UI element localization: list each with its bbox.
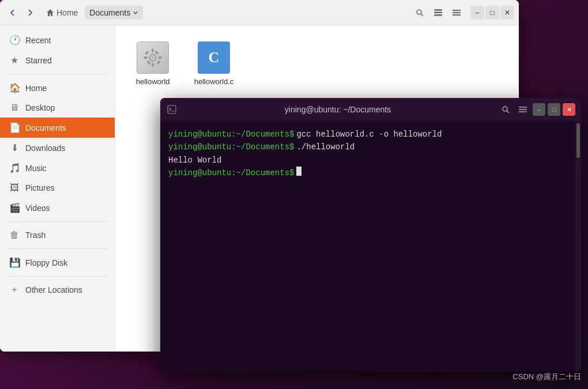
terminal-prompt-3: yining@ubuntu:~/Documents$ (168, 167, 294, 179)
terminal-menu-button[interactable] (515, 102, 530, 117)
svg-line-2 (421, 14, 423, 16)
file-manager-titlebar: Home Documents (0, 0, 519, 25)
terminal-prompt-1: yining@ubuntu:~/Documents$ (168, 128, 294, 141)
terminal-command-2: ./helloworld (296, 141, 355, 153)
file-grid: helloworld C helloworld.c (127, 37, 507, 90)
breadcrumb-home[interactable]: Home (42, 6, 82, 20)
terminal-line-4: yining@ubuntu:~/Documents$ (168, 167, 573, 179)
downloads-icon: ⬇ (9, 142, 20, 153)
other-locations-icon: + (9, 285, 20, 295)
videos-icon: 🎬 (9, 202, 20, 213)
documents-icon: 📄 (9, 122, 20, 133)
scrollbar-thumb (576, 123, 580, 158)
gear-icon (142, 47, 163, 68)
file-name-helloworld-exe: helloworld (136, 77, 170, 86)
sidebar-item-floppy[interactable]: 💾 Floppy Disk (0, 252, 115, 273)
svg-rect-17 (146, 61, 151, 65)
svg-line-23 (507, 111, 509, 113)
sidebar-item-trash-label: Trash (25, 231, 46, 240)
recent-icon: 🕐 (9, 35, 20, 46)
floppy-icon: 💾 (9, 257, 20, 268)
file-item-helloworld-exe[interactable]: helloworld (127, 37, 179, 90)
svg-rect-16 (154, 51, 159, 55)
sidebar-separator-3 (7, 248, 108, 249)
svg-point-1 (417, 10, 421, 14)
sidebar-item-documents[interactable]: 📄 Documents (0, 118, 115, 138)
menu-button[interactable] (448, 5, 465, 21)
sidebar-item-pictures-label: Pictures (25, 183, 55, 192)
svg-rect-12 (144, 56, 148, 59)
breadcrumb-documents[interactable]: Documents (85, 6, 143, 20)
watermark-text: CSDN @露月二十日 (512, 372, 581, 381)
file-manager-maximize-button[interactable]: □ (485, 6, 499, 20)
sidebar: 🕐 Recent ★ Starred 🏠 Home 🖥 Desktop 📄 Do… (0, 25, 115, 352)
terminal-titlebar: yining@ubuntu: ~/Documents – □ ✕ (160, 98, 581, 121)
terminal-close-button[interactable]: ✕ (563, 103, 575, 116)
sidebar-item-pictures[interactable]: 🖼 Pictures (0, 178, 115, 198)
sidebar-item-floppy-label: Floppy Disk (25, 258, 67, 267)
svg-rect-10 (152, 48, 154, 52)
svg-rect-11 (152, 63, 154, 67)
terminal-body[interactable]: yining@ubuntu:~/Documents$ gcc helloworl… (160, 121, 581, 372)
svg-point-19 (151, 56, 154, 59)
sidebar-item-starred-label: Starred (25, 56, 52, 65)
terminal-prompt-2: yining@ubuntu:~/Documents$ (168, 141, 294, 153)
terminal-output-1: Hello World (168, 154, 573, 167)
terminal-title: yining@ubuntu: ~/Documents (182, 105, 493, 114)
svg-rect-13 (158, 56, 162, 59)
terminal-actions: – □ ✕ (498, 102, 575, 117)
trash-icon: 🗑 (9, 230, 20, 240)
sidebar-item-downloads[interactable]: ⬇ Downloads (0, 138, 115, 158)
terminal-minimize-button[interactable]: – (533, 103, 545, 116)
terminal-scrollbar[interactable] (575, 121, 581, 372)
terminal-line-3: Hello World (168, 154, 573, 167)
breadcrumb-documents-label: Documents (89, 8, 130, 17)
terminal-line-2: yining@ubuntu:~/Documents$ ./helloworld (168, 141, 573, 153)
breadcrumb-home-label: Home (56, 8, 78, 17)
c-letter: C (209, 49, 220, 66)
sidebar-item-home[interactable]: 🏠 Home (0, 78, 115, 98)
nav-back-button[interactable] (5, 5, 21, 21)
svg-rect-3 (434, 9, 442, 11)
terminal-icon (166, 104, 178, 115)
sidebar-item-home-label: Home (25, 84, 47, 93)
file-manager-close-button[interactable]: ✕ (500, 6, 514, 20)
sidebar-item-music[interactable]: 🎵 Music (0, 158, 115, 178)
sidebar-item-recent[interactable]: 🕐 Recent (0, 30, 115, 50)
sidebar-item-other-label: Other Locations (25, 285, 82, 294)
breadcrumb: Home Documents (42, 6, 408, 20)
home-icon (46, 9, 54, 17)
music-icon: 🎵 (9, 163, 20, 173)
sidebar-item-videos[interactable]: 🎬 Videos (0, 198, 115, 218)
desktop-icon: 🖥 (9, 103, 20, 113)
sidebar-item-recent-label: Recent (25, 36, 51, 45)
terminal-search-button[interactable] (498, 102, 513, 117)
c-source-file-icon: C (198, 41, 230, 74)
sidebar-item-trash[interactable]: 🗑 Trash (0, 225, 115, 245)
chevron-down-icon (133, 10, 138, 16)
svg-rect-14 (145, 51, 149, 55)
file-item-helloworld-c[interactable]: C helloworld.c (188, 37, 240, 90)
sidebar-item-documents-label: Documents (25, 123, 66, 133)
file-manager-minimize-button[interactable]: – (470, 6, 484, 20)
svg-point-22 (503, 107, 507, 111)
svg-marker-0 (47, 9, 54, 16)
sidebar-item-desktop-label: Desktop (25, 103, 55, 112)
executable-file-icon (137, 41, 169, 74)
titlebar-actions (412, 5, 465, 21)
home-sidebar-icon: 🏠 (9, 82, 20, 93)
search-icon (416, 9, 424, 17)
sidebar-separator-4 (7, 276, 108, 277)
search-button[interactable] (412, 5, 428, 21)
terminal-maximize-button[interactable]: □ (548, 103, 560, 116)
starred-icon: ★ (9, 55, 20, 66)
sidebar-item-starred[interactable]: ★ Starred (0, 50, 115, 70)
sidebar-item-desktop[interactable]: 🖥 Desktop (0, 98, 115, 118)
sidebar-item-downloads-label: Downloads (25, 143, 65, 153)
view-list-button[interactable] (430, 5, 446, 21)
svg-rect-4 (434, 12, 442, 13)
nav-forward-button[interactable] (22, 5, 38, 21)
pictures-icon: 🖼 (9, 183, 20, 193)
file-name-helloworld-c: helloworld.c (194, 77, 234, 86)
sidebar-item-other[interactable]: + Other Locations (0, 280, 115, 300)
